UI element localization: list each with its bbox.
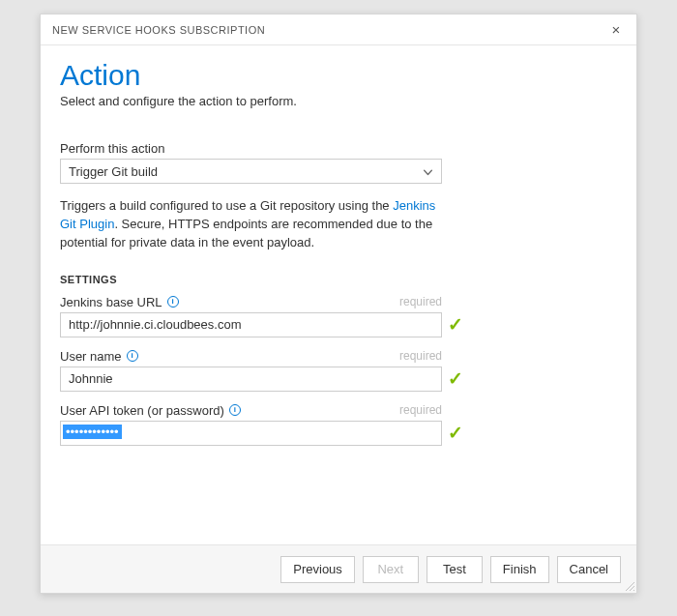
page-heading: Action	[60, 59, 617, 92]
dialog-footer: Previous Next Test Finish Cancel	[41, 544, 636, 593]
username-label: User name	[60, 349, 122, 364]
required-text: required	[399, 295, 442, 308]
action-select-wrap	[60, 159, 442, 184]
previous-button[interactable]: Previous	[280, 556, 355, 583]
info-icon[interactable]: i	[167, 296, 179, 308]
check-icon: ✓	[448, 424, 463, 442]
required-text: required	[399, 349, 442, 363]
info-icon[interactable]: i	[229, 404, 241, 416]
finish-button[interactable]: Finish	[490, 556, 549, 583]
action-label: Perform this action	[60, 141, 617, 156]
jenkins-url-label: Jenkins base URL	[60, 295, 162, 309]
svg-line-0	[626, 582, 634, 591]
check-icon: ✓	[448, 315, 463, 334]
username-field: User name i required ✓	[60, 349, 617, 392]
page-subtitle: Select and configure the action to perfo…	[60, 94, 617, 108]
api-token-label: User API token (or password)	[60, 403, 224, 418]
cancel-button[interactable]: Cancel	[557, 556, 621, 583]
dialog-body: Action Select and configure the action t…	[41, 45, 636, 544]
titlebar: NEW SERVICE HOOKS SUBSCRIPTION ×	[41, 15, 636, 45]
dialog: NEW SERVICE HOOKS SUBSCRIPTION × Action …	[40, 14, 637, 594]
settings-header: SETTINGS	[60, 274, 617, 285]
resize-grip-icon[interactable]	[623, 579, 634, 591]
action-select[interactable]	[60, 159, 442, 184]
required-text: required	[399, 403, 442, 417]
dialog-title: NEW SERVICE HOOKS SUBSCRIPTION	[52, 24, 265, 36]
api-token-field: User API token (or password) i required …	[60, 403, 617, 446]
check-icon: ✓	[448, 369, 463, 388]
jenkins-url-input[interactable]	[60, 312, 442, 337]
test-button[interactable]: Test	[427, 556, 483, 583]
username-input[interactable]	[60, 367, 442, 392]
jenkins-url-field: Jenkins base URL i required ✓	[60, 295, 617, 337]
svg-line-2	[633, 590, 634, 591]
next-button: Next	[363, 556, 419, 583]
info-icon[interactable]: i	[127, 350, 138, 362]
api-token-input[interactable]: ••••••••••••	[60, 421, 442, 446]
close-icon[interactable]: ×	[607, 21, 625, 39]
action-help-text: Triggers a build configured to use a Git…	[60, 197, 455, 252]
